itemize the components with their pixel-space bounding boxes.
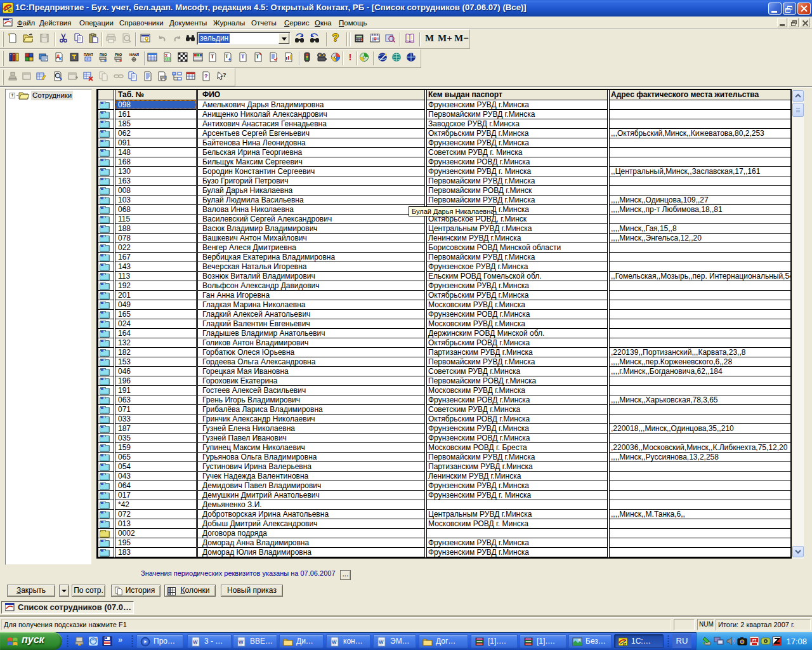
svg-text:ПЛАТ: ПЛАТ	[84, 53, 93, 56]
svg-text:?: ?	[223, 72, 226, 78]
svg-text:НАКЛ: НАКЛ	[129, 53, 139, 56]
svg-text:W: W	[332, 639, 337, 645]
svg-text:ПКО: ПКО	[100, 53, 107, 56]
svg-text:07: 07	[623, 643, 627, 646]
svg-text:РКО: РКО	[115, 53, 122, 56]
svg-text:W: W	[239, 639, 244, 645]
svg-text:T: T	[225, 53, 228, 59]
svg-text:07: 07	[8, 9, 12, 13]
svg-text:W: W	[193, 639, 198, 645]
svg-text:T: T	[241, 53, 245, 60]
svg-text:T: T	[211, 53, 214, 60]
svg-text:?: ?	[204, 73, 208, 79]
svg-text:W: W	[379, 639, 384, 645]
svg-text:F7: F7	[752, 639, 756, 642]
svg-text:T: T	[256, 53, 259, 60]
svg-text:К: К	[59, 56, 62, 61]
